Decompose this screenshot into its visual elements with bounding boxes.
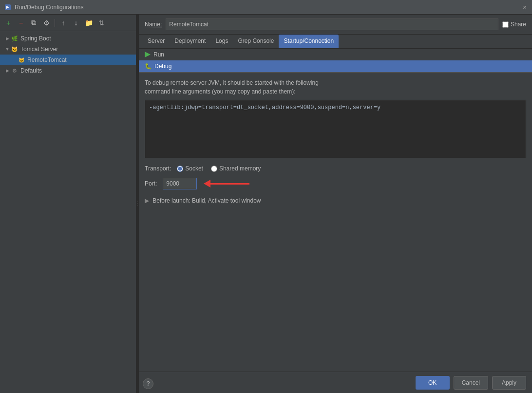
- socket-label: Socket: [185, 165, 203, 172]
- sidebar: + − ⧉ ⚙ ↑ ↓ 📁 ⇅ ▶ 🌿 Spring Boot: [0, 15, 136, 393]
- tomcat-icon: 🐱: [11, 45, 19, 53]
- window-title: Run/Debug Configurations: [15, 4, 521, 11]
- port-row: Port:: [139, 175, 532, 192]
- move-up-button[interactable]: ↑: [58, 18, 69, 28]
- tab-bar: Server Deployment Logs Grep Console Star…: [139, 35, 532, 49]
- config-tree: ▶ 🌿 Spring Boot ▼ 🐱 Tomcat Server 🐱 Remo…: [0, 31, 136, 393]
- arrow-head: [204, 180, 210, 187]
- tab-startup-connection[interactable]: Startup/Connection: [279, 35, 339, 48]
- description-line2: command line arguments (you may copy and…: [145, 87, 526, 96]
- socket-radio-item[interactable]: Socket: [177, 165, 203, 172]
- name-bar: Name: Share: [139, 15, 532, 35]
- tab-content-startup: Run 🐛 Debug To debug remote server JVM, …: [139, 49, 532, 372]
- move-down-button[interactable]: ↓: [71, 18, 81, 28]
- run-icon: [145, 52, 151, 57]
- help-button[interactable]: ?: [143, 378, 153, 389]
- spring-boot-toggle[interactable]: ▶: [4, 35, 11, 42]
- toolbar-separator: [55, 19, 55, 27]
- name-input[interactable]: [166, 19, 498, 30]
- sidebar-item-tomcat-server[interactable]: ▼ 🐱 Tomcat Server: [0, 44, 136, 55]
- transport-radio-group: Socket Shared memory: [177, 165, 261, 172]
- command-text-box[interactable]: -agentlib:jdwp=transport=dt_socket,addre…: [145, 100, 526, 158]
- close-button[interactable]: ×: [521, 4, 528, 11]
- copy-config-button[interactable]: ⧉: [28, 18, 39, 28]
- sort-button[interactable]: ⇅: [96, 18, 107, 28]
- share-checkbox[interactable]: [502, 21, 509, 28]
- run-debug-list: Run 🐛 Debug: [139, 49, 532, 73]
- before-launch-label: Before launch: Build, Activate tool wind…: [152, 197, 261, 204]
- description-line1: To debug remote server JVM, it should be…: [145, 78, 526, 87]
- sidebar-item-defaults[interactable]: ▶ ⚙ Defaults: [0, 65, 136, 76]
- remove-config-button[interactable]: −: [16, 18, 26, 28]
- share-label: Share: [511, 21, 526, 28]
- tomcat-toggle[interactable]: ▼: [4, 46, 11, 53]
- add-config-button[interactable]: +: [3, 18, 14, 28]
- shared-memory-radio[interactable]: [211, 166, 217, 172]
- shared-memory-radio-item[interactable]: Shared memory: [211, 165, 261, 172]
- run-item[interactable]: Run: [139, 49, 532, 60]
- before-launch-toggle[interactable]: ▶: [145, 197, 149, 204]
- folder-button[interactable]: 📁: [83, 18, 94, 28]
- apply-button[interactable]: Apply: [492, 376, 526, 390]
- defaults-icon: ⚙: [11, 67, 19, 75]
- remote-tomcat-icon: 🐱: [18, 56, 25, 64]
- debug-icon: 🐛: [145, 63, 152, 70]
- help-area: ?: [143, 378, 153, 389]
- debug-item[interactable]: 🐛 Debug: [139, 60, 532, 72]
- shared-memory-label: Shared memory: [219, 165, 261, 172]
- command-text: -agentlib:jdwp=transport=dt_socket,addre…: [149, 104, 380, 111]
- defaults-toggle[interactable]: ▶: [4, 67, 11, 74]
- tab-logs[interactable]: Logs: [210, 35, 233, 48]
- bottom-bar: ? OK Cancel Apply: [139, 372, 532, 393]
- sidebar-item-spring-boot[interactable]: ▶ 🌿 Spring Boot: [0, 33, 136, 44]
- debug-label: Debug: [154, 63, 171, 70]
- spring-boot-label: Spring Boot: [20, 35, 51, 42]
- tab-server[interactable]: Server: [143, 35, 170, 48]
- cancel-button[interactable]: Cancel: [454, 376, 488, 390]
- tab-grep-console[interactable]: Grep Console: [233, 35, 279, 48]
- window-icon: [4, 3, 12, 11]
- remote-tomcat-label: RemoteTomcat: [27, 56, 67, 63]
- port-label: Port:: [145, 180, 157, 187]
- ok-button[interactable]: OK: [416, 376, 450, 390]
- socket-radio[interactable]: [177, 166, 183, 172]
- tomcat-server-label: Tomcat Server: [20, 46, 58, 53]
- settings-button[interactable]: ⚙: [41, 18, 52, 28]
- title-bar: Run/Debug Configurations ×: [0, 0, 532, 15]
- spring-boot-icon: 🌿: [11, 35, 19, 42]
- transport-row: Transport: Socket Shared memory: [139, 162, 532, 175]
- description-area: To debug remote server JVM, it should be…: [139, 73, 532, 100]
- share-area: Share: [502, 21, 526, 28]
- run-label: Run: [153, 51, 164, 58]
- main-content: + − ⧉ ⚙ ↑ ↓ 📁 ⇅ ▶ 🌿 Spring Boot: [0, 15, 532, 393]
- name-label: Name:: [145, 21, 162, 28]
- tab-deployment[interactable]: Deployment: [170, 35, 210, 48]
- arrow-annotation: [205, 180, 249, 187]
- before-launch-section[interactable]: ▶ Before launch: Build, Activate tool wi…: [139, 192, 532, 209]
- arrow-line: [210, 183, 249, 185]
- empty-space: [139, 209, 532, 372]
- port-input[interactable]: [163, 178, 197, 189]
- run-debug-configurations-dialog: Run/Debug Configurations × + − ⧉ ⚙ ↑ ↓ 📁…: [0, 0, 532, 393]
- transport-label: Transport:: [145, 165, 171, 172]
- sidebar-item-remote-tomcat[interactable]: 🐱 RemoteTomcat: [0, 55, 136, 65]
- sidebar-toolbar: + − ⧉ ⚙ ↑ ↓ 📁 ⇅: [0, 15, 136, 31]
- right-panel: Name: Share Server Deployment Logs Grep …: [139, 15, 532, 393]
- defaults-label: Defaults: [20, 67, 42, 74]
